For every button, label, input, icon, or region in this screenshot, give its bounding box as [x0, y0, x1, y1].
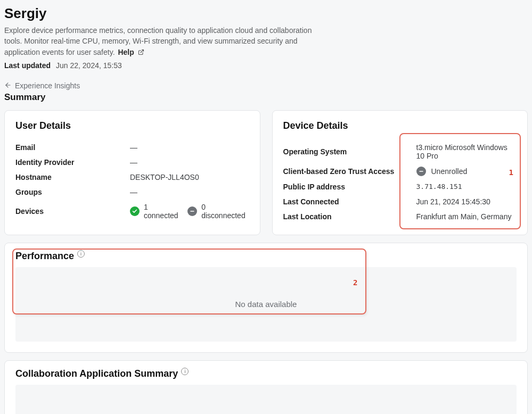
performance-empty-text: No data available — [235, 300, 297, 309]
highlight-number-1: 1 — [509, 168, 513, 177]
label: Email — [15, 143, 125, 152]
performance-title-row: Performance i — [15, 251, 517, 262]
last-updated-value: Jun 22, 2024, 15:53 — [56, 61, 122, 70]
performance-title: Performance — [15, 251, 74, 262]
device-details-card: Device Details Operating System t3.micro… — [272, 110, 528, 235]
device-row-os: Operating System t3.micro Microsoft Wind… — [283, 140, 517, 163]
highlight-number-2: 2 — [353, 278, 357, 287]
label: Operating System — [283, 147, 411, 156]
svg-line-0 — [141, 49, 144, 53]
value: t3.micro Microsoft Windows 10 Pro — [416, 143, 517, 160]
user-row-groups: Groups — — [15, 185, 249, 200]
external-link-icon — [138, 47, 144, 58]
device-details-title: Device Details — [283, 120, 517, 131]
label: Client-based Zero Trust Access — [283, 167, 411, 176]
label: Groups — [15, 188, 125, 196]
collab-empty: No data available for the last 12 hours — [15, 385, 517, 414]
value: — — [130, 188, 137, 196]
device-row-last-connected: Last Connected Jun 21, 2024 15:45:30 — [283, 194, 517, 209]
device-row-zta: Client-based Zero Trust Access Unenrolle… — [283, 163, 517, 179]
page-title: Sergiy — [4, 5, 528, 22]
connected-text: 1 connected — [144, 203, 182, 220]
value: 1 connected 0 disconnected — [130, 203, 249, 220]
value: Unenrolled — [416, 167, 468, 176]
value: Frankfurt am Main, Germany — [416, 212, 512, 221]
value: 3.71.48.151 — [416, 183, 462, 191]
label: Hostname — [15, 173, 125, 181]
label: Devices — [15, 207, 125, 216]
collab-summary-card: Collaboration Application Summary i No d… — [4, 360, 528, 414]
section-title: Summary — [4, 92, 528, 103]
disconnected-text: 0 disconnected — [201, 203, 249, 220]
user-row-idp: Identity Provider — — [15, 155, 249, 170]
user-row-devices: Devices 1 connected 0 disconnected — [15, 200, 249, 223]
device-row-last-location: Last Location Frankfurt am Main, Germany — [283, 209, 517, 224]
value: DESKTOP-JLL4OS0 — [130, 173, 199, 181]
label: Last Location — [283, 212, 411, 221]
value: — — [130, 143, 137, 152]
connected-chip: 1 connected — [130, 203, 182, 220]
device-row-ip: Public IP address 3.71.48.151 — [283, 179, 517, 194]
value: Jun 21, 2024 15:45:30 — [416, 197, 490, 206]
help-link[interactable]: Help — [118, 48, 144, 56]
help-label: Help — [118, 48, 134, 56]
collab-title: Collaboration Application Summary — [15, 368, 178, 379]
user-row-hostname: Hostname DESKTOP-JLL4OS0 — [15, 170, 249, 185]
info-icon[interactable]: i — [181, 368, 189, 375]
back-link-label: Experience Insights — [15, 81, 80, 90]
info-icon[interactable]: i — [77, 250, 85, 258]
last-updated-label: Last updated — [4, 61, 51, 70]
disconnected-chip: 0 disconnected — [187, 203, 249, 220]
user-row-email: Email — — [15, 140, 249, 155]
minus-circle-icon — [416, 167, 426, 176]
arrow-left-icon — [4, 81, 12, 90]
intro-text: Explore device performance metrics, conn… — [4, 26, 312, 56]
user-details-title: User Details — [15, 120, 249, 131]
check-circle-icon — [130, 206, 140, 216]
value: — — [130, 158, 137, 167]
label: Public IP address — [283, 183, 411, 191]
performance-card: Performance i No data available 2 — [4, 243, 528, 353]
zta-status-text: Unenrolled — [431, 167, 468, 176]
minus-circle-icon — [187, 206, 197, 216]
page-intro: Explore device performance metrics, conn… — [4, 25, 313, 58]
collab-title-row: Collaboration Application Summary i — [15, 368, 517, 379]
back-link[interactable]: Experience Insights — [4, 81, 80, 90]
user-details-card: User Details Email — Identity Provider —… — [4, 110, 260, 235]
last-updated: Last updated Jun 22, 2024, 15:53 — [4, 61, 528, 70]
label: Identity Provider — [15, 158, 125, 167]
label: Last Connected — [283, 197, 411, 206]
performance-empty: No data available — [15, 267, 517, 342]
